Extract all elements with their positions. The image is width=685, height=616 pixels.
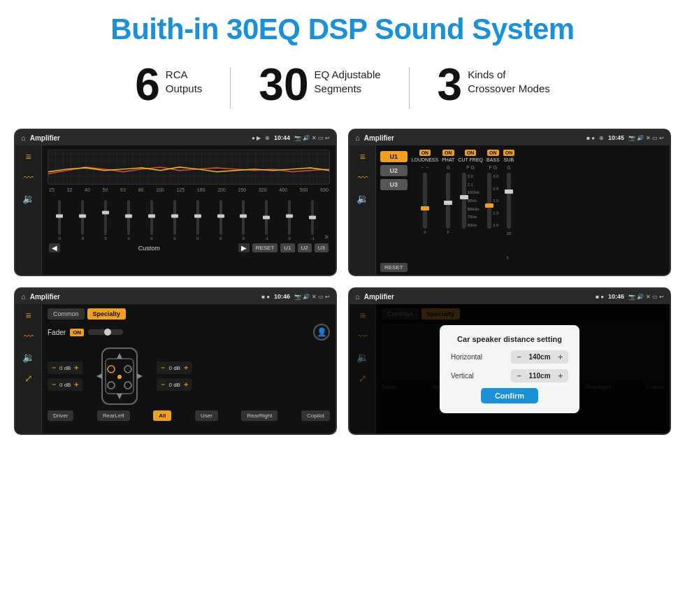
screen-crossover: ⌂ Amplifier ■ ● ⊕ 10:45 📷 🔊 ✕ ▭ ↩ ≡ 〰 🔉 … [348,129,671,276]
db-ctrl-br: － 0 dB ＋ [157,378,192,391]
stat-rca: 6 RCAOutputs [107,62,230,107]
horizontal-plus-btn[interactable]: ＋ [556,352,564,362]
u1-btn[interactable]: U1 [380,151,408,162]
confirm-button[interactable]: Confirm [481,388,538,403]
time-4: 10:46 [608,293,624,300]
crossover-reset-btn[interactable]: RESET [380,263,408,272]
status-dots-3: ■ ● [261,294,270,300]
vertical-minus-btn[interactable]: － [515,371,523,381]
speaker-icon-1[interactable]: 🔉 [22,193,34,204]
vertical-plus-btn[interactable]: ＋ [556,371,564,381]
ch-sub: ON SUB G 2050 [503,150,515,276]
stat-number-rca: 6 [135,62,160,107]
stat-number-crossover: 3 [438,62,463,107]
stat-label-eq: EQ AdjustableSegments [315,62,381,95]
rearright-btn[interactable]: RearRight [241,410,277,421]
svg-point-2 [108,366,115,373]
expand-icon-3[interactable]: ⤢ [24,373,33,384]
eq-reset-btn[interactable]: RESET [252,243,278,252]
eq-preset-label: Custom [63,245,236,252]
fader-tabs: Common Specialty [48,308,330,320]
fader-label: Fader [48,329,66,336]
horizontal-minus-btn[interactable]: － [515,352,523,362]
sidebar-1: ≡ 〰 🔉 [15,145,42,275]
db-ctrl-bl: － 0 dB ＋ [48,378,82,391]
status-dots-4: ■ ● [596,294,604,300]
svg-point-3 [124,366,131,373]
sidebar-2: ≡ 〰 🔉 [349,145,376,275]
home-icon-1[interactable]: ⌂ [21,134,26,142]
u2-btn[interactable]: U2 [380,165,408,176]
profile-icon[interactable]: 👤 [313,324,330,341]
freq-labels: 25 32 40 50 63 80 100 125 160 200 250 32… [48,187,330,192]
statusbar-2: ⌂ Amplifier ■ ● ⊕ 10:45 📷 🔊 ✕ ▭ ↩ [349,130,670,145]
speaker-icon-3[interactable]: 🔉 [22,352,34,363]
wave-icon-2[interactable]: 〰 [358,172,368,183]
car-diagram [88,345,151,408]
ch-loudness: ON LOUDNESS ~~ 0 [412,150,439,234]
eq-icon-3[interactable]: ≡ [25,310,31,321]
status-pin-2: ⊕ [599,135,604,141]
bottom-buttons-3: Driver RearLeft All User RearRight Copil… [48,410,330,421]
wave-icon-1[interactable]: 〰 [24,172,34,183]
eq-slider-0: 0 [49,200,71,241]
copilot-btn[interactable]: Copilot [301,410,330,421]
dialog-horizontal-label: Horizontal [451,353,482,361]
home-icon-4[interactable]: ⌂ [355,292,360,301]
fader-slider[interactable] [88,329,123,335]
tab-common[interactable]: Common [48,308,85,320]
db-minus-tl[interactable]: － [50,363,57,373]
screen3-content: ≡ 〰 🔉 ⤢ Common Specialty Fader ON [15,304,336,434]
stat-number-eq: 30 [259,62,308,107]
ch-phat: ON PHAT G F [442,150,454,234]
db-minus-tr[interactable]: － [159,363,166,373]
db-minus-bl[interactable]: － [50,380,57,389]
db-minus-br[interactable]: － [159,380,166,389]
db-plus-tl[interactable]: ＋ [73,363,80,373]
driver-btn[interactable]: Driver [48,410,73,421]
horizontal-value: 140cm [526,353,554,361]
right-db-controls: － 0 dB ＋ － 0 dB ＋ [157,361,192,391]
app-name-1: Amplifier [30,134,247,142]
user-btn[interactable]: User [195,410,218,421]
eq-u2-btn[interactable]: U2 [298,243,312,252]
svg-point-5 [124,382,131,389]
u3-btn[interactable]: U3 [380,179,408,190]
dialog-vertical-row: Vertical － 110cm ＋ [451,369,568,382]
home-icon-3[interactable]: ⌂ [21,292,26,301]
app-name-2: Amplifier [364,134,583,142]
status-icons-4: 📷 🔊 ✕ ▭ ↩ [628,294,664,300]
eq-next-btn[interactable]: ▶ [238,243,250,252]
eq-area: 25 32 40 50 63 80 100 125 160 200 250 32… [42,145,336,275]
db-plus-tr[interactable]: ＋ [182,363,189,373]
db-val-br: 0 dB [168,382,180,388]
expand-icon[interactable]: » [325,233,329,241]
stat-eq: 30 EQ AdjustableSegments [231,62,408,107]
db-plus-br[interactable]: ＋ [182,380,189,389]
dialog-vertical-label: Vertical [451,372,474,380]
dialog-box: Car speaker distance setting Horizontal … [440,325,579,413]
svg-marker-7 [117,353,122,359]
eq-u3-btn[interactable]: U3 [315,243,329,252]
wave-icon-3[interactable]: 〰 [24,331,34,342]
stats-row: 6 RCAOutputs 30 EQ AdjustableSegments 3 … [0,53,685,122]
all-btn[interactable]: All [153,410,171,421]
status-icons-2: 📷 🔊 ✕ ▭ ↩ [628,135,664,141]
screen-dialog: ⌂ Amplifier ■ ● 10:46 📷 🔊 ✕ ▭ ↩ ≡ 〰 🔉 ⤢ … [348,287,671,435]
speaker-icon-2[interactable]: 🔉 [356,193,368,204]
eq-prev-btn[interactable]: ◀ [49,243,60,252]
sidebar-3: ≡ 〰 🔉 ⤢ [15,304,42,434]
eq-icon-1[interactable]: ≡ [25,151,31,162]
db-val-bl: 0 dB [59,382,71,388]
home-icon-2[interactable]: ⌂ [355,134,360,142]
app-name-3: Amplifier [30,293,258,301]
stat-crossover: 3 Kinds ofCrossover Modes [410,62,578,107]
eq-icon-2[interactable]: ≡ [359,151,365,162]
screen-eq: ⌂ Amplifier ● ▶ ⊕ 10:44 📷 🔊 ✕ ▭ ↩ ≡ 〰 🔉 [14,129,337,276]
left-db-controls: － 0 dB ＋ － 0 dB ＋ [48,361,82,391]
status-icons-1: 📷 🔊 ✕ ▭ ↩ [294,135,330,141]
rearleft-btn[interactable]: RearLeft [97,410,130,421]
eq-u1-btn[interactable]: U1 [280,243,294,252]
tab-specialty[interactable]: Specialty [87,308,127,320]
db-plus-bl[interactable]: ＋ [73,380,80,389]
